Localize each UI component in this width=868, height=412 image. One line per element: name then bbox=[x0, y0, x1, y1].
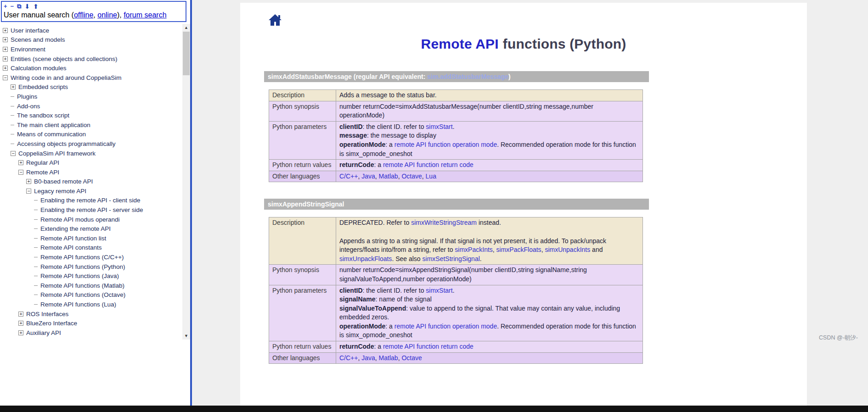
expand-icon[interactable]: + bbox=[3, 28, 8, 33]
doc-link[interactable]: Lua bbox=[426, 173, 436, 180]
tree-item-label[interactable]: Remote API functions (Octave) bbox=[40, 291, 125, 298]
expand-icon[interactable]: + bbox=[3, 37, 8, 42]
tree-item-label[interactable]: Enabling the remote API - server side bbox=[40, 206, 143, 213]
doc-link[interactable]: remote API function operation mode bbox=[395, 141, 497, 148]
tree-item-label[interactable]: The main client application bbox=[17, 122, 90, 128]
tree-item-label[interactable]: Scenes and models bbox=[11, 36, 65, 43]
tree-item-label[interactable]: ROS Interfaces bbox=[26, 311, 68, 317]
tree-item-label[interactable]: Embedded scripts bbox=[18, 84, 68, 90]
collapse-icon[interactable]: − bbox=[3, 75, 8, 80]
expand-icon[interactable]: + bbox=[18, 160, 23, 165]
tree-item[interactable]: Remote API functions (Lua) bbox=[0, 300, 181, 309]
tree-item[interactable]: +B0-based remote API bbox=[0, 177, 181, 187]
tree-item[interactable]: +Scenes and models bbox=[0, 35, 181, 45]
online-search-link[interactable]: online bbox=[97, 11, 117, 19]
doc-link[interactable]: Octave bbox=[401, 173, 422, 180]
doc-link[interactable]: remote API function return code bbox=[383, 161, 473, 168]
offline-search-link[interactable]: offline bbox=[74, 11, 93, 19]
tree-item[interactable]: Accessing objects programmatically bbox=[0, 139, 181, 149]
doc-link[interactable]: simxWriteStringStream bbox=[411, 219, 477, 226]
tree-item[interactable]: Remote API modus operandi bbox=[0, 215, 181, 224]
tree-item-label[interactable]: Plugins bbox=[17, 93, 37, 100]
doc-link[interactable]: Java bbox=[361, 354, 375, 362]
doc-link[interactable]: Java bbox=[361, 173, 375, 180]
doc-link[interactable]: remote API function return code bbox=[383, 343, 473, 350]
tree-item[interactable]: Remote API functions (Python) bbox=[0, 262, 181, 272]
tree-item-label[interactable]: Auxiliary API bbox=[26, 329, 61, 336]
tree-item-label[interactable]: Legacy remote API bbox=[34, 188, 86, 195]
home-icon[interactable] bbox=[268, 14, 282, 26]
tree-item-label[interactable]: Remote API modus operandi bbox=[40, 216, 120, 223]
doc-link[interactable]: remote API function operation mode bbox=[395, 323, 497, 330]
tree-item-label[interactable]: Environment bbox=[11, 46, 45, 53]
tree-item[interactable]: +Regular API bbox=[0, 158, 181, 167]
expand-icon[interactable]: + bbox=[18, 330, 23, 335]
tree-item-label[interactable]: Enabling the remote API - client side bbox=[40, 197, 141, 204]
tree-item-label[interactable]: Remote API functions (Python) bbox=[40, 263, 125, 270]
tree-item[interactable]: +Environment bbox=[0, 45, 181, 54]
collapse-icon[interactable]: − bbox=[26, 189, 31, 194]
tree-item[interactable]: The main client application bbox=[0, 120, 181, 130]
expand-icon[interactable]: + bbox=[3, 47, 8, 52]
doc-link[interactable]: simxPackFloats bbox=[496, 246, 541, 253]
scroll-down-button[interactable]: ▼ bbox=[182, 332, 190, 340]
previous-topic-icon[interactable]: ⬆ bbox=[33, 3, 39, 10]
tree-item[interactable]: Enabling the remote API - server side bbox=[0, 205, 181, 215]
tree-item[interactable]: Add-ons bbox=[0, 101, 181, 111]
tree-item-label[interactable]: Remote API constants bbox=[40, 244, 102, 251]
scrollbar-thumb[interactable] bbox=[183, 32, 190, 75]
tree-item[interactable]: +BlueZero Interface bbox=[0, 318, 181, 328]
tree-item[interactable]: Remote API constants bbox=[0, 243, 181, 253]
doc-link[interactable]: simxSetStringSignal bbox=[423, 255, 480, 262]
tree-item[interactable]: −Writing code in and around CoppeliaSim bbox=[0, 73, 181, 83]
collapse-icon[interactable]: − bbox=[11, 151, 16, 156]
expand-all-icon[interactable]: + bbox=[4, 3, 7, 10]
tree-item-label[interactable]: User interface bbox=[11, 27, 49, 34]
tree-item-label[interactable]: Calculation modules bbox=[11, 65, 67, 72]
collapse-all-icon[interactable]: − bbox=[11, 3, 14, 10]
doc-link[interactable]: Matlab bbox=[379, 354, 398, 362]
tree-item-label[interactable]: Add-ons bbox=[17, 103, 40, 110]
tree-item-label[interactable]: Remote API functions (Matlab) bbox=[40, 282, 124, 289]
doc-link[interactable]: simxUnpackInts bbox=[545, 246, 590, 253]
tree-item-label[interactable]: Remote API functions (Lua) bbox=[40, 301, 116, 308]
forum-search-link[interactable]: forum search bbox=[124, 11, 166, 19]
doc-link[interactable]: simxStart bbox=[426, 287, 452, 294]
tree-item[interactable]: Plugins bbox=[0, 92, 181, 101]
doc-link[interactable]: Octave bbox=[401, 354, 422, 362]
tree-item-label[interactable]: Writing code in and around CoppeliaSim bbox=[11, 74, 121, 81]
tree-item-label[interactable]: Means of communication bbox=[17, 131, 86, 138]
expand-icon[interactable]: + bbox=[11, 84, 16, 89]
tree-item-label[interactable]: The sandbox script bbox=[17, 112, 69, 119]
tree-item-label[interactable]: Entities (scene objects and collections) bbox=[11, 56, 118, 62]
tree-item[interactable]: +User interface bbox=[0, 26, 181, 35]
tree-item-label[interactable]: BlueZero Interface bbox=[26, 320, 77, 327]
doc-link[interactable]: Matlab bbox=[379, 173, 398, 180]
tree-item-label[interactable]: B0-based remote API bbox=[34, 178, 93, 185]
expand-icon[interactable]: + bbox=[18, 312, 23, 317]
tree-item[interactable]: Remote API functions (Matlab) bbox=[0, 281, 181, 290]
tree-item-label[interactable]: Remote API function list bbox=[40, 235, 106, 242]
tree-item[interactable]: −CoppeliaSim API framework bbox=[0, 149, 181, 158]
tree-item[interactable]: Remote API functions (C/C++) bbox=[0, 252, 181, 262]
doc-link[interactable]: simxPackInts bbox=[455, 246, 492, 253]
tree-item[interactable]: +Auxiliary API bbox=[0, 328, 181, 338]
doc-link[interactable]: sim.addStatusbarMessage bbox=[427, 73, 508, 80]
scroll-up-button[interactable]: ▲ bbox=[182, 24, 190, 31]
expand-icon[interactable]: + bbox=[3, 66, 8, 71]
tree-item-label[interactable]: Remote API functions (Java) bbox=[40, 273, 119, 279]
tree-item-label[interactable]: Remote API bbox=[26, 169, 59, 176]
next-topic-icon[interactable]: ⬇ bbox=[24, 3, 30, 10]
tree-item[interactable]: −Legacy remote API bbox=[0, 186, 181, 196]
expand-icon[interactable]: + bbox=[3, 56, 8, 61]
doc-link[interactable]: simxUnpackFloats bbox=[339, 255, 392, 262]
expand-icon[interactable]: + bbox=[18, 321, 23, 326]
tree-item-label[interactable]: Extending the remote API bbox=[40, 225, 111, 232]
tree-item[interactable]: Remote API function list bbox=[0, 234, 181, 243]
tree-item[interactable]: +ROS Interfaces bbox=[0, 309, 181, 319]
doc-link[interactable]: C/C++ bbox=[339, 173, 358, 180]
tree-item[interactable]: +Calculation modules bbox=[0, 63, 181, 73]
tree-item[interactable]: +Entities (scene objects and collections… bbox=[0, 54, 181, 64]
tree-item-label[interactable]: Regular API bbox=[26, 159, 59, 166]
tree-item-label[interactable]: CoppeliaSim API framework bbox=[18, 150, 96, 157]
